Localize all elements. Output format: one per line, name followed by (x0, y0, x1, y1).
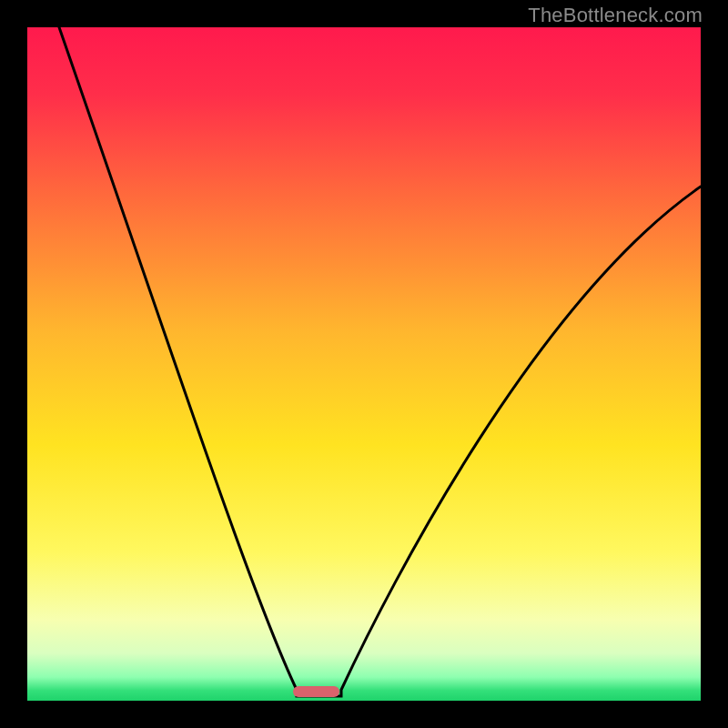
bottleneck-curve (27, 27, 701, 701)
chart-frame: TheBottleneck.com (0, 0, 728, 728)
watermark-text: TheBottleneck.com (528, 4, 703, 27)
bottleneck-marker (293, 686, 339, 697)
plot-area (27, 27, 701, 701)
